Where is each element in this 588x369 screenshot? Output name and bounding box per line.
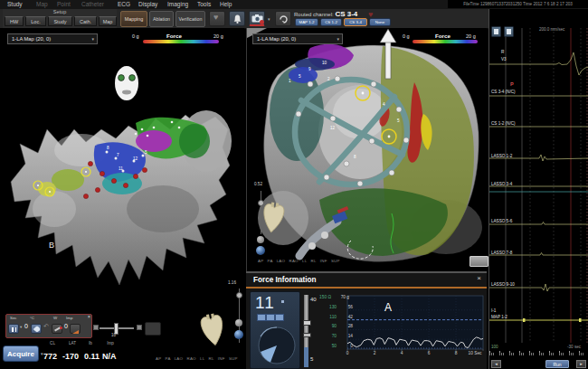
setup-cath-button[interactable]: Cath. [74, 16, 97, 26]
svg-text:7: 7 [117, 153, 119, 157]
force-panel-title: Force Information [253, 276, 317, 284]
left-zoom-slider-thumb[interactable] [236, 292, 242, 298]
ablation-timer-button[interactable] [8, 324, 19, 334]
catheter-tip-icon [60, 326, 62, 329]
chart-annotation: A [384, 301, 392, 314]
setup-map-button[interactable]: Map [99, 16, 117, 26]
ramp-icon [72, 330, 79, 334]
svg-text:2: 2 [327, 77, 330, 81]
reference-heart-icon [261, 202, 285, 234]
svg-text:5: 5 [145, 150, 147, 155]
chevron-down-icon[interactable]: ▾ [20, 325, 22, 329]
left-pan-button[interactable] [235, 319, 242, 326]
scroll-left-button[interactable]: ◄ [491, 360, 501, 368]
svg-text:1: 1 [289, 79, 291, 83]
force-led-1 [257, 314, 266, 321]
ablation-catheter-button[interactable] [52, 324, 62, 334]
ablation-impedance-button[interactable] [70, 324, 81, 334]
chevron-down-icon: ▾ [337, 34, 339, 44]
channel-label-cs34: CS 3-4 (N/C) [491, 90, 516, 94]
slider-thumb-low[interactable] [303, 333, 311, 337]
power-slider-max[interactable] [137, 325, 142, 330]
close-icon[interactable]: × [88, 314, 90, 319]
force-tick: 70 g [329, 295, 349, 299]
left-zoom-value: 1.16 [228, 280, 236, 285]
right-force-scale-name: Force [435, 33, 450, 39]
time-ruler-minor [489, 353, 588, 355]
setup-loc-button[interactable]: Loc. [25, 16, 46, 26]
acquire-button[interactable]: Acquire [3, 345, 39, 362]
readout-lat-label: LAT [63, 341, 81, 345]
power-slider-min[interactable] [93, 325, 99, 330]
ablation-start-button[interactable] [145, 322, 161, 336]
readout-ib-value: 0.11 [84, 352, 100, 361]
force-tick: 42 [333, 315, 353, 319]
map-visibility-button[interactable]: ♥ [209, 11, 225, 26]
ecg-tool-button-2[interactable] [504, 26, 514, 37]
snapshot-button[interactable] [249, 11, 265, 26]
menu-map[interactable]: Map [36, 0, 48, 9]
svg-text:8: 8 [354, 155, 356, 159]
right-pan-button[interactable] [257, 236, 264, 243]
right-orientation-buttons[interactable]: AP PA LAO RAO LL RL INF SUP [258, 259, 340, 263]
menu-imaging[interactable]: Imaging [167, 0, 188, 9]
menu-help[interactable]: Help [220, 0, 232, 9]
left-rotate-ball[interactable] [234, 330, 243, 339]
left-map-viewport[interactable]: 8 7 11 12 5 [0, 28, 244, 312]
pause-icon [12, 327, 14, 332]
tab-verification[interactable]: Verification [175, 11, 205, 27]
x-tick: 8 [447, 351, 465, 355]
force-tick: 56 [333, 305, 353, 309]
force-tick: 28 [333, 324, 353, 328]
menu-catheter[interactable]: Catheter [81, 0, 104, 9]
force-unit-dot [281, 300, 284, 303]
setup-study-button[interactable]: Study [48, 16, 72, 26]
x-tick: 6 [420, 351, 438, 355]
menu-study[interactable]: Study [7, 0, 23, 9]
menu-point[interactable]: Point [57, 0, 71, 9]
right-panel-grip[interactable] [469, 256, 488, 267]
menu-ecg[interactable]: ECG [118, 0, 130, 9]
undo-icon[interactable]: ↶ [43, 323, 49, 330]
right-map-viewport[interactable]: 1 5 9 2 10 12 4 5 8 [247, 28, 488, 271]
right-map-selector[interactable]: 1-LA Map (20, 0) ▾ [252, 33, 343, 44]
channel-button-none[interactable]: None [369, 18, 391, 26]
menu-display[interactable]: Display [138, 0, 157, 9]
channel-button-cs12[interactable]: CS 1-2 [320, 18, 342, 26]
channel-label-map12: MAP 1-2 [491, 315, 507, 319]
slider-thumb-high[interactable] [303, 320, 311, 326]
readout-cl-label: CL [45, 341, 60, 345]
x-tick: 2 [365, 351, 384, 355]
menu-tools[interactable]: Tools [197, 0, 211, 9]
force-range-slider[interactable]: 40 5 [299, 291, 318, 367]
scroll-right-button[interactable]: ► [576, 360, 586, 368]
svg-text:5: 5 [299, 74, 301, 79]
reset-view-button[interactable] [275, 11, 291, 26]
close-icon[interactable]: × [477, 274, 481, 282]
tab-mapping[interactable]: Mapping [120, 11, 147, 27]
setup-hw-button[interactable]: HW [5, 16, 24, 26]
p-wave-marker: P [510, 81, 514, 87]
snapshot-dropdown-arrow[interactable]: ▾ [268, 16, 270, 22]
right-force-scale-max: 20 g [466, 33, 476, 39]
ecg-tool-button-1[interactable] [491, 26, 501, 37]
right-force-colorbar [413, 40, 478, 43]
left-map-selector[interactable]: 1-LA Map (20, 0) ▾ [7, 33, 98, 44]
carto-workspace: Study Map Point Catheter ECG Display Ima… [0, 0, 588, 369]
page-icon [494, 29, 498, 34]
ecg-traces[interactable] [489, 28, 588, 359]
channel-button-map12[interactable]: MAP 1-2 [295, 18, 318, 26]
setup-group: Setup HW Loc. Study Cath. Map [3, 9, 117, 28]
run-button[interactable]: Run [545, 360, 569, 368]
ablation-temp-button[interactable] [31, 324, 42, 334]
force-readout-block: 11 [250, 291, 300, 369]
left-orientation-buttons[interactable]: AP PA LAO RAO LL RL INF SUP [156, 356, 238, 361]
reference-heart-icon [199, 313, 226, 347]
right-rotate-ball[interactable] [256, 246, 265, 255]
tab-ablation[interactable]: Ablation [149, 11, 174, 27]
ablation-watt-value: 0 [64, 323, 68, 329]
channel-button-cs34[interactable]: CS 3-4 [344, 18, 367, 26]
alarm-button[interactable] [229, 11, 245, 26]
readout-lat-value: -170 [62, 352, 79, 361]
left-map-annotation: B [49, 241, 54, 250]
